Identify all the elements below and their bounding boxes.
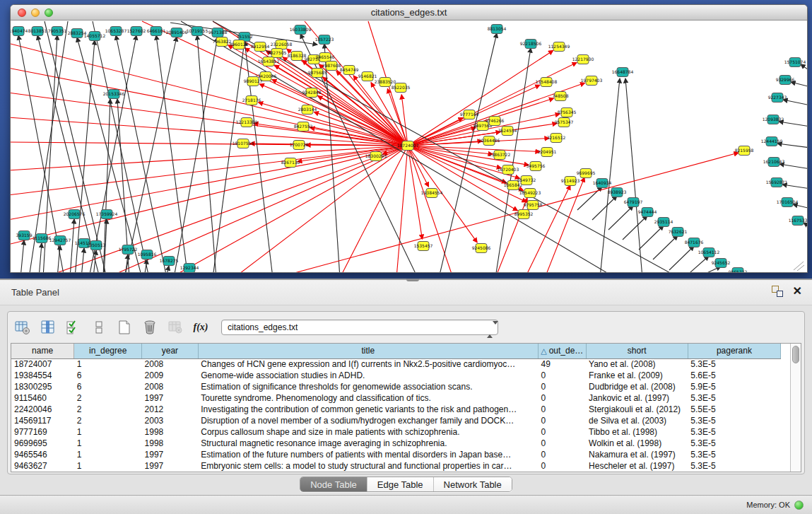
table-cell: 0 (538, 370, 586, 381)
table-row[interactable]: 1938455462009Genome-wide association stu… (11, 370, 781, 381)
table-row[interactable]: 977716911998Corpus callosum shape and si… (11, 426, 781, 438)
function-builder-button[interactable]: f(x) (192, 318, 210, 337)
tab-network-table[interactable]: Network Table (434, 477, 512, 491)
window-title: citations_edges.txt (11, 5, 807, 20)
table-scrollbar[interactable] (790, 344, 801, 472)
graph-node-label: 9242848 (302, 90, 322, 95)
create-column-button[interactable] (115, 318, 134, 337)
graph-node-label: 16543812 (258, 59, 280, 64)
table-cell: 2 (74, 404, 142, 415)
table-cell: Genome-wide association studies in ADHD. (198, 370, 538, 381)
attribute-table: namein_degreeyeartitle△out_de…shortpager… (11, 343, 801, 472)
column-header-pagerank[interactable]: pagerank (688, 344, 780, 358)
column-header-title[interactable]: title (198, 344, 538, 358)
table-cell: 5.3E-5 (688, 426, 780, 438)
table-cell: Nakamura et al. (1997) (586, 449, 688, 460)
column-header-out_de[interactable]: △out_de… (538, 344, 586, 358)
graph-node-label: 2935114 (654, 219, 673, 224)
table-row[interactable]: 946362711997Embryonic stem cells: a mode… (11, 460, 781, 472)
graph-node-label: 12444150 (761, 139, 783, 144)
table-cell: 0 (538, 460, 586, 472)
graph-node-label: 9699695 (577, 170, 596, 175)
tab-node-table[interactable]: Node Table (300, 477, 367, 491)
table-cell: 2012 (142, 404, 199, 415)
graph-node-label: 23883520 (375, 79, 396, 84)
memory-status-indicator[interactable] (794, 501, 804, 510)
table-cell: Franke et al. (2009) (586, 370, 688, 381)
table-cell: 18724007 (11, 358, 74, 370)
table-row[interactable]: 969969511998Structural magnetic resonanc… (11, 438, 781, 449)
graph-node-label: 10549223 (519, 190, 541, 195)
resize-handle[interactable] (794, 262, 804, 270)
close-panel-icon[interactable]: ✕ (793, 286, 802, 297)
graph-node-label: 1940474 (11, 28, 28, 33)
network-desktop: citations_edges.txt 19404748013851790535… (0, 0, 812, 279)
minimize-window-button[interactable] (31, 8, 40, 17)
graph-node-label: 12942757 (49, 238, 71, 243)
graph-node-label: 9875685 (308, 70, 327, 75)
graph-node-label: 9671388 (208, 30, 228, 35)
table-scrollbar-thumb[interactable] (792, 346, 799, 363)
table-row[interactable]: 1872400712008Changes of HCN gene express… (11, 358, 781, 370)
graph-node-label: 6466161 (147, 28, 166, 33)
graph-node-label: 8938923 (608, 189, 627, 194)
graph-node-label: 16720403 (498, 167, 519, 172)
graph-node-label: 9890127 (244, 78, 263, 83)
tab-edge-table[interactable]: Edge Table (367, 477, 434, 491)
graph-node-label: 9827505 (268, 50, 287, 55)
table-row[interactable]: 2242004622012Investigating the contribut… (11, 404, 781, 415)
table-cell: 1998 (142, 438, 199, 449)
graph-node-label: 8960128 (230, 42, 249, 47)
table-header-row: namein_degreeyeartitle△out_de…shortpager… (11, 344, 781, 358)
column-header-name[interactable]: name (11, 344, 74, 358)
table-cell: 0 (538, 392, 586, 404)
select-rows-button[interactable] (64, 318, 83, 337)
table-cell: 1 (74, 358, 142, 370)
graph-node-label: 9777169 (460, 112, 479, 117)
delete-table-button[interactable] (166, 318, 184, 337)
table-cell: 0 (538, 449, 586, 460)
column-header-year[interactable]: year (142, 344, 199, 358)
table-cell: 9699695 (11, 438, 74, 449)
graph-node-label: 10653287 (105, 28, 127, 33)
table-cell: 5.3E-5 (688, 438, 780, 449)
graph-node-label: 8427552 (294, 124, 313, 129)
graph-node-label: 8549732 (517, 177, 536, 182)
graph-node-label: 20891406 (166, 30, 188, 35)
sort-ascending-icon: △ (541, 346, 546, 355)
table-row[interactable]: 946554611997Estimation of the future num… (11, 449, 781, 460)
network-canvas[interactable]: 1940474801385179053512883254140557121065… (11, 21, 807, 272)
column-header-in_degree[interactable]: in_degree (74, 344, 142, 358)
graph-node-label: 15692871 (766, 180, 788, 185)
table-selector-dropdown[interactable]: citations_edges.txt (221, 320, 498, 335)
delete-column-button[interactable] (141, 318, 159, 337)
graph-node-label: 18300295 (365, 153, 387, 158)
table-cell: 2009 (142, 370, 199, 381)
table-cell: 5.3E-5 (688, 449, 780, 460)
table-cell: 2 (74, 415, 142, 426)
graph-node-label: 1065842 (504, 182, 523, 187)
graph-node-label: 751552 (237, 34, 253, 39)
table-row[interactable]: 911546021997Tourette syndrome. Phenomeno… (11, 392, 781, 404)
panel-divider-grip[interactable] (406, 279, 419, 281)
table-cell: Hescheler et al. (1997) (586, 460, 688, 472)
table-cell: 9777169 (11, 426, 74, 438)
table-cell: 5.3E-5 (688, 415, 780, 426)
graph-node-label: 1115686 (33, 235, 52, 240)
close-window-button[interactable] (18, 8, 26, 17)
row-height-button[interactable] (90, 318, 108, 337)
table-row[interactable]: 1456911722003Disruption of a novel membe… (11, 415, 781, 426)
table-cell: 9463627 (11, 460, 74, 472)
table-row[interactable]: 1830029562008Estimation of significance … (11, 381, 781, 392)
table-settings-button[interactable] (13, 318, 32, 337)
table-cell: 6 (74, 370, 142, 381)
graph-node-label: 8454749 (340, 67, 359, 72)
table-cell: 1 (74, 438, 142, 449)
table-cell: 1 (74, 460, 142, 472)
show-columns-button[interactable] (39, 318, 57, 337)
zoom-window-button[interactable] (45, 8, 53, 17)
column-header-short[interactable]: short (586, 344, 688, 358)
table-cell: 1 (74, 426, 142, 438)
float-panel-icon[interactable] (772, 286, 783, 297)
table-cell: Tibbo et al. (1998) (586, 426, 688, 438)
